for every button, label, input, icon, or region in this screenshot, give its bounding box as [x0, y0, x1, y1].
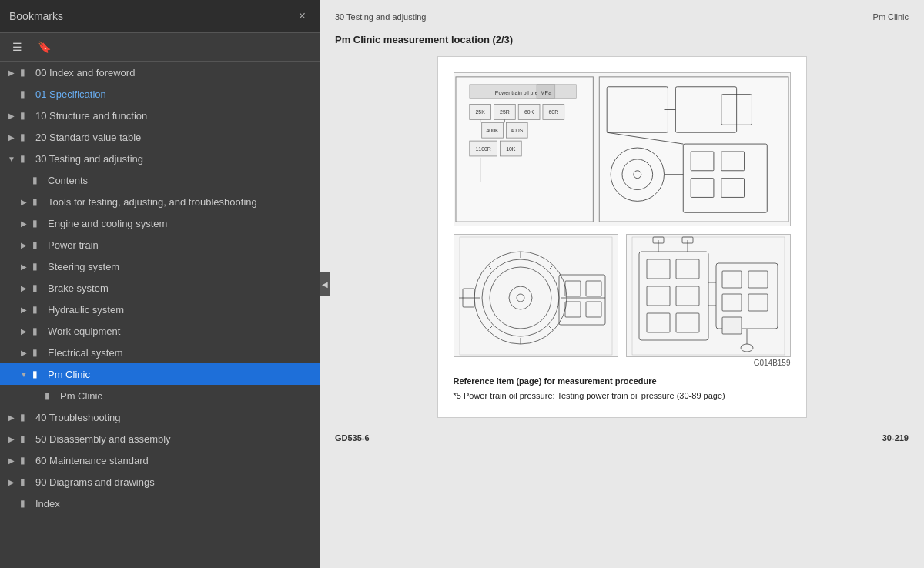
expand-icon-20: ▶ [6, 133, 17, 142]
expand-icon-50: ▶ [6, 435, 17, 443]
bookmark-icon-index: ▮ [20, 498, 31, 509]
svg-text:400K: 400K [486, 128, 499, 133]
svg-text:400S: 400S [511, 128, 524, 133]
bookmark-icon-00: ▮ [20, 67, 31, 78]
bookmark-icon-10: ▮ [20, 110, 31, 121]
sidebar-item-contents[interactable]: ▮ Contents [0, 169, 320, 191]
sidebar-item-label-pmclinic: Pm Clinic [48, 369, 313, 380]
bookmark-icon-contents: ▮ [32, 175, 43, 185]
expand-icon-tools: ▶ [18, 198, 29, 206]
svg-rect-39 [460, 237, 612, 355]
expand-icon-brake: ▶ [18, 284, 29, 292]
sidebar-header: Bookmarks × [0, 0, 320, 33]
ref-body-text: *5 Power train oil pressure: Testing pow… [454, 389, 791, 403]
bookmark-icon-20: ▮ [20, 132, 31, 142]
sidebar-item-label-hydraulic: Hydraulic system [48, 304, 313, 316]
bottom-right-diagram [626, 234, 791, 357]
sidebar-item-pmclinic[interactable]: ▼ ▮ Pm Clinic [0, 363, 320, 385]
sidebar-item-50[interactable]: ▶ ▮ 50 Disassembly and assembly [0, 428, 320, 449]
expand-icon-pmclinic: ▼ [18, 370, 29, 379]
sidebar-item-label-60: 60 Maintenance standard [35, 455, 313, 466]
sidebar-item-label-10: 10 Structure and function [35, 110, 313, 122]
bookmark-icon-90: ▮ [20, 476, 31, 487]
ref-heading: Reference item (page) for measurement pr… [454, 375, 791, 402]
bookmark-icon-work: ▮ [32, 326, 43, 336]
expand-icon-powertrain: ▶ [18, 241, 29, 249]
top-diagram: Power train oil pressure MPa 25K 25R 60K… [454, 72, 791, 226]
bookmark-icon-pmclinic: ▮ [32, 369, 43, 379]
sidebar-item-90[interactable]: ▶ ▮ 90 Diagrams and drawings [0, 471, 320, 493]
sidebar-item-30[interactable]: ▼ ▮ 30 Testing and adjusting [0, 148, 320, 169]
list-view-button[interactable]: ☰ [8, 38, 27, 56]
svg-text:25R: 25R [500, 109, 510, 115]
sidebar-item-label-50: 50 Disassembly and assembly [35, 433, 313, 445]
bookmark-icon-steering: ▮ [32, 261, 43, 272]
expand-icon-electrical: ▶ [18, 349, 29, 357]
bookmark-icon-hydraulic: ▮ [32, 304, 43, 315]
sidebar-item-label-steering: Steering system [48, 261, 313, 272]
bottom-left-diagram [454, 234, 618, 357]
sidebar-item-label-brake: Brake system [48, 282, 313, 294]
sidebar-item-label-01: 01 Specification [35, 89, 313, 100]
figure-caption: G014B159 [454, 359, 791, 367]
sidebar-item-label-90: 90 Diagrams and drawings [35, 476, 313, 488]
sidebar-item-label-electrical: Electrical system [48, 347, 313, 359]
svg-text:60K: 60K [524, 109, 534, 115]
sidebar-item-index[interactable]: ▮ Index [0, 493, 320, 514]
sidebar-item-60[interactable]: ▶ ▮ 60 Maintenance standard [0, 449, 320, 471]
bookmark-icon-30: ▮ [20, 153, 31, 164]
svg-text:MPa: MPa [540, 89, 551, 95]
bookmark-icon: 🔖 [38, 41, 51, 53]
doc-page: Power train oil pressure MPa 25K 25R 60K… [437, 56, 807, 418]
images-grid: Power train oil pressure MPa 25K 25R 60K… [454, 72, 791, 357]
sidebar-toolbar: ☰ 🔖 [0, 33, 320, 62]
sidebar-content[interactable]: ▶ ▮ 00 Index and foreword ▮ 01 Specifica… [0, 62, 320, 568]
expand-icon: ▶ [6, 68, 17, 77]
expand-icon-steering: ▶ [18, 262, 29, 271]
expand-icon-90: ▶ [6, 478, 17, 486]
bottom-left-svg [459, 236, 613, 356]
sidebar-item-20[interactable]: ▶ ▮ 20 Standard value table [0, 126, 320, 148]
svg-text:10K: 10K [506, 145, 516, 151]
sidebar-item-work[interactable]: ▶ ▮ Work equipment [0, 320, 320, 342]
sidebar-item-engine[interactable]: ▶ ▮ Engine and cooling system [0, 212, 320, 234]
svg-text:1100R: 1100R [475, 145, 490, 151]
sidebar-item-10[interactable]: ▶ ▮ 10 Structure and function [0, 105, 320, 126]
expand-icon-work: ▶ [18, 327, 29, 336]
sidebar-item-label-contents: Contents [48, 175, 313, 186]
sidebar-item-label-00: 00 Index and foreword [35, 67, 313, 79]
sidebar-item-label-pmclinic-sub: Pm Clinic [60, 390, 313, 402]
svg-text:25K: 25K [475, 109, 485, 115]
bottom-row [454, 234, 791, 357]
sidebar-item-label-engine: Engine and cooling system [48, 218, 313, 229]
bookmark-icon-tools: ▮ [32, 196, 43, 207]
sidebar-item-01[interactable]: ▮ 01 Specification [0, 83, 320, 105]
bookmark-icon-pmclinic-sub: ▮ [45, 390, 55, 401]
chevron-left-icon: ◀ [322, 280, 328, 289]
sidebar-item-00[interactable]: ▶ ▮ 00 Index and foreword [0, 62, 320, 83]
sidebar-item-steering[interactable]: ▶ ▮ Steering system [0, 256, 320, 277]
expand-icon-10: ▶ [6, 112, 17, 120]
sidebar-item-pmclinic-sub[interactable]: ▮ Pm Clinic [0, 385, 320, 406]
doc-header-right: Pm Clinic [873, 12, 909, 22]
svg-text:60R: 60R [548, 109, 558, 115]
close-button[interactable]: × [294, 8, 310, 25]
bookmark-view-button[interactable]: 🔖 [33, 38, 55, 56]
sidebar-item-powertrain[interactable]: ▶ ▮ Power train [0, 234, 320, 256]
sidebar-item-40[interactable]: ▶ ▮ 40 Troubleshooting [0, 406, 320, 428]
sidebar-item-brake[interactable]: ▶ ▮ Brake system [0, 277, 320, 299]
bookmark-icon-powertrain: ▮ [32, 239, 43, 250]
footer-right: 30-219 [882, 433, 909, 443]
sidebar: Bookmarks × ☰ 🔖 ▶ ▮ 00 Index and forewor… [0, 0, 320, 568]
bookmark-icon-01: ▮ [20, 89, 31, 99]
sidebar-item-label-index: Index [35, 498, 313, 510]
sidebar-item-tools[interactable]: ▶ ▮ Tools for testing, adjusting, and tr… [0, 191, 320, 212]
main-content: 30 Testing and adjusting Pm Clinic Pm Cl… [320, 0, 924, 568]
footer-left: GD535-6 [335, 433, 370, 443]
sidebar-item-label-30: 30 Testing and adjusting [35, 153, 313, 165]
sidebar-collapse-button[interactable]: ◀ [320, 272, 330, 296]
sidebar-item-hydraulic[interactable]: ▶ ▮ Hydraulic system [0, 299, 320, 320]
sidebar-item-electrical[interactable]: ▶ ▮ Electrical system [0, 342, 320, 363]
doc-header: 30 Testing and adjusting Pm Clinic [335, 12, 909, 25]
ref-heading-text: Reference item (page) for measurement pr… [454, 375, 791, 388]
